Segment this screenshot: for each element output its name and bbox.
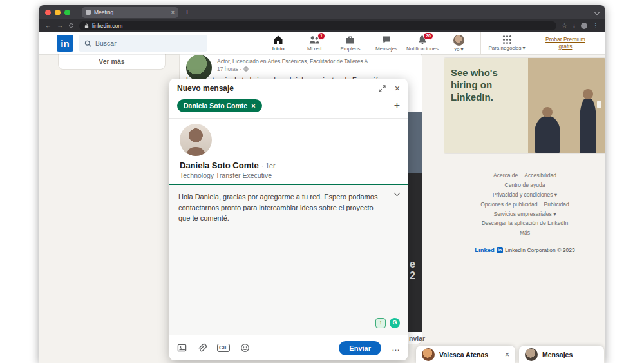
nav-empleos[interactable]: Empleos <box>332 35 368 52</box>
chevron-down-icon: ▾ <box>523 45 526 51</box>
footer-link[interactable]: Opciones de publicidad <box>480 200 537 210</box>
footer-link[interactable]: Más <box>520 228 530 238</box>
briefcase-icon <box>345 35 355 45</box>
footer-link[interactable]: Publicidad <box>544 200 569 210</box>
chevron-down-icon: ▾ <box>461 46 464 52</box>
send-button[interactable]: Enviar <box>339 341 381 355</box>
nav-label: Inicio <box>272 46 285 52</box>
more-options-icon[interactable]: … <box>392 344 400 352</box>
globe-icon <box>243 66 249 72</box>
grammarly-icon[interactable]: G <box>390 318 400 328</box>
nav-inicio[interactable]: Inicio <box>260 35 296 52</box>
tab-favicon <box>86 10 91 15</box>
sidebar-see-more-button[interactable]: Ver más <box>58 53 166 70</box>
footer-link[interactable]: Accesibilidad <box>524 171 556 181</box>
my-network-badge: 1 <box>317 32 325 40</box>
minimize-window-button[interactable] <box>55 10 61 15</box>
browser-menu-icon[interactable]: ⋮ <box>592 23 599 29</box>
browser-tab-bar: Meeting × + <box>39 5 605 19</box>
browser-profile-icon[interactable] <box>581 23 587 29</box>
gif-icon[interactable]: GIF <box>217 344 230 352</box>
chat-dock-mensajes[interactable]: Mensajes <box>519 346 604 363</box>
downloads-icon[interactable]: ↓ <box>573 23 576 29</box>
message-textarea[interactable]: Hola Daniela, gracias por agregarme a tu… <box>169 185 408 335</box>
browser-window: Meeting × + ← → linkedin.com ☆ ↓ ⋮ <box>39 5 605 363</box>
for-business-menu[interactable]: Para negocios ▾ <box>481 35 533 51</box>
premium-line1: Probar Premium <box>535 36 596 43</box>
search-placeholder: Buscar <box>95 39 117 47</box>
home-icon <box>273 35 283 45</box>
lock-icon <box>84 23 89 28</box>
top-navigation: Inicio 1 Mi red Empleos <box>260 35 477 52</box>
collapse-chevron-icon[interactable] <box>394 190 401 197</box>
tab-title: Meeting <box>94 9 168 15</box>
new-message-dialog: Nuevo mensaje × Daniela Soto Comte × + <box>169 79 408 360</box>
premium-line2: gratis <box>535 43 596 50</box>
ad-text: See who's hiring on LinkedIn. <box>444 58 528 153</box>
hiring-ad[interactable]: See who's hiring on LinkedIn. <box>444 58 605 153</box>
linkedin-page: in Buscar Inicio 1 <box>39 32 605 363</box>
compose-toolbar: GIF Enviar … <box>169 335 408 360</box>
nav-mi-red[interactable]: 1 Mi red <box>296 35 332 52</box>
chat-bubble-icon <box>381 35 392 45</box>
right-rail: See who's hiring on LinkedIn. Acerca de … <box>444 58 605 253</box>
post-time-text: 17 horas · <box>217 66 242 72</box>
recipient-name: Daniela Soto Comte <box>184 102 247 110</box>
me-avatar <box>453 35 464 46</box>
recipient-chip[interactable]: Daniela Soto Comte × <box>177 99 262 112</box>
attach-image-icon[interactable] <box>177 343 187 353</box>
for-business-label: Para negocios <box>488 45 521 51</box>
recipient-row: Daniela Soto Comte × + <box>169 98 408 119</box>
footer-link-dropdown[interactable]: Privacidad y condiciones ▾ <box>493 190 557 200</box>
close-window-button[interactable] <box>45 10 51 15</box>
emoji-icon[interactable] <box>240 343 250 353</box>
forward-icon[interactable]: → <box>57 23 63 29</box>
expand-icon[interactable] <box>379 85 386 92</box>
close-chat-icon[interactable]: × <box>505 351 509 358</box>
nav-notificaciones[interactable]: 20 Notificaciones <box>404 35 440 52</box>
close-icon[interactable]: × <box>395 84 400 93</box>
linkedin-mini-logo: in <box>497 247 503 253</box>
footer-link[interactable]: Descargar la aplicación de LinkedIn <box>482 219 569 228</box>
post-author-headline: Actor, Licenciado en Artes Escénicas, Fa… <box>217 58 417 64</box>
footer-copyright: Linked in LinkedIn Corporation © 2023 <box>444 246 605 253</box>
linkedin-header: in Buscar Inicio 1 <box>39 32 605 54</box>
linkedin-logo[interactable]: in <box>57 35 73 52</box>
messages-avatar <box>525 348 538 361</box>
recipient-headline: Technology Transfer Executive <box>180 172 397 179</box>
url-text: linkedin.com <box>92 23 122 29</box>
nav-label: Mensajes <box>375 46 397 52</box>
comment-send-button-partial[interactable]: nviar <box>409 335 425 342</box>
nav-label: Yo <box>453 46 459 52</box>
reload-icon[interactable] <box>68 23 74 30</box>
nav-mensajes[interactable]: Mensajes <box>368 35 404 52</box>
new-tab-button[interactable]: + <box>185 8 189 16</box>
assistant-icon[interactable]: ↑ <box>375 318 386 328</box>
recipient-profile-preview: Daniela Soto Comte · 1er Technology Tran… <box>169 119 408 185</box>
post-timestamp: 17 horas · <box>217 66 249 72</box>
recipient-full-name[interactable]: Daniela Soto Comte <box>180 161 259 170</box>
footer-link-dropdown[interactable]: Servicios empresariales ▾ <box>494 210 556 219</box>
nav-yo[interactable]: Yo ▾ <box>440 35 477 52</box>
message-text: Hola Daniela, gracias por agregarme a tu… <box>178 191 384 224</box>
copyright-text: LinkedIn Corporation © 2023 <box>505 247 575 253</box>
linkedin-wordmark: Linked <box>475 246 495 253</box>
attach-file-icon[interactable] <box>197 343 207 353</box>
tab-close-icon[interactable]: × <box>171 10 175 15</box>
bookmark-star-icon[interactable]: ☆ <box>562 23 567 29</box>
remove-recipient-icon[interactable]: × <box>251 103 255 110</box>
back-icon[interactable]: ← <box>45 23 52 29</box>
footer-link[interactable]: Centro de ayuda <box>505 181 545 190</box>
add-recipient-button[interactable]: + <box>394 101 400 111</box>
browser-tab[interactable]: Meeting × <box>82 7 178 18</box>
messages-label: Mensajes <box>542 351 598 358</box>
premium-link[interactable]: Probar Premium gratis <box>535 36 596 51</box>
maximize-window-button[interactable] <box>64 10 70 15</box>
footer-link[interactable]: Acerca de <box>493 171 518 181</box>
address-bar[interactable]: linkedin.com <box>79 21 556 30</box>
search-input[interactable]: Buscar <box>79 35 207 52</box>
tab-overflow-icon[interactable] <box>594 10 600 15</box>
search-icon <box>84 40 91 47</box>
recipient-avatar[interactable] <box>180 124 212 156</box>
chat-dock-valesca[interactable]: Valesca Atenas × <box>416 346 515 363</box>
